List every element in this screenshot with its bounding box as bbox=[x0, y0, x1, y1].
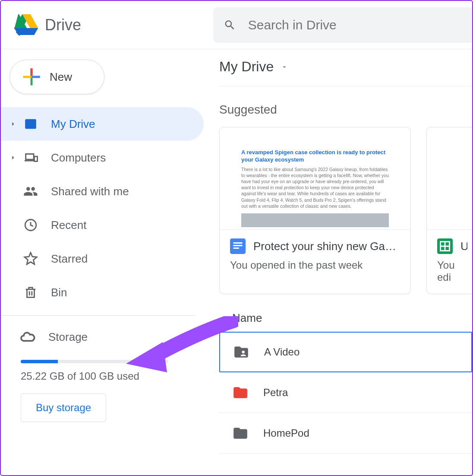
top-bar: Drive bbox=[1, 1, 472, 49]
column-header-name[interactable]: Name bbox=[219, 294, 472, 332]
file-name: A Video bbox=[264, 346, 300, 358]
file-row[interactable]: HomePod bbox=[219, 413, 472, 454]
suggested-heading: Suggested bbox=[219, 86, 472, 127]
preview-heading: A revamped Spigen case collection is rea… bbox=[241, 149, 389, 164]
suggested-card[interactable]: A revamped Spigen case collection is rea… bbox=[219, 127, 411, 294]
preview-body: There is a lot to like about Samsung's 2… bbox=[241, 166, 389, 209]
svg-rect-18 bbox=[233, 248, 240, 249]
chevron-down-icon bbox=[281, 63, 288, 71]
nav-storage[interactable]: Storage bbox=[1, 324, 204, 349]
card-subtitle: You edi bbox=[437, 259, 467, 283]
svg-point-23 bbox=[242, 351, 245, 353]
folder-icon bbox=[232, 384, 249, 401]
nav-starred[interactable]: Starred bbox=[1, 242, 204, 276]
sheets-icon bbox=[437, 238, 453, 254]
breadcrumb-label: My Drive bbox=[219, 59, 274, 75]
card-title: Un bbox=[460, 240, 467, 253]
preview-image bbox=[241, 213, 389, 227]
svg-rect-16 bbox=[233, 242, 243, 244]
computers-icon bbox=[23, 150, 38, 165]
buy-storage-button[interactable]: Buy storage bbox=[21, 393, 106, 422]
chevron-right-icon bbox=[9, 120, 17, 128]
card-subtitle: You opened in the past week bbox=[230, 259, 400, 271]
nav-computers[interactable]: Computers bbox=[1, 141, 204, 175]
card-preview: A revamped Spigen case collection is rea… bbox=[220, 127, 410, 229]
file-row[interactable]: A Video bbox=[219, 332, 472, 372]
people-icon bbox=[23, 184, 38, 199]
drive-icon bbox=[23, 117, 38, 131]
sidebar: New My Drive Computers Shared with me bbox=[1, 49, 204, 475]
folder-icon bbox=[232, 425, 249, 441]
storage-fill bbox=[21, 360, 58, 363]
file-name: HomePod bbox=[263, 427, 309, 439]
nav-label: Starred bbox=[51, 252, 88, 266]
suggested-card[interactable]: Un You edi bbox=[426, 127, 472, 294]
folder-shared-icon bbox=[233, 344, 249, 360]
nav-my-drive[interactable]: My Drive bbox=[1, 107, 204, 141]
nav-recent[interactable]: Recent bbox=[1, 208, 204, 242]
file-row[interactable]: Petra bbox=[219, 372, 472, 413]
divider bbox=[1, 315, 195, 316]
new-button-label: New bbox=[50, 70, 72, 84]
card-preview bbox=[427, 127, 472, 229]
trash-icon bbox=[23, 285, 38, 300]
suggested-cards: A revamped Spigen case collection is rea… bbox=[219, 127, 472, 294]
file-name: Petra bbox=[263, 387, 288, 399]
new-button[interactable]: New bbox=[9, 60, 104, 94]
drive-logo-icon bbox=[14, 14, 39, 36]
clock-icon bbox=[23, 218, 38, 232]
storage-bar bbox=[21, 360, 168, 363]
main: My Drive Suggested A revamped Spigen cas… bbox=[204, 49, 472, 475]
svg-rect-12 bbox=[28, 125, 34, 127]
svg-rect-13 bbox=[35, 156, 38, 161]
product-name: Drive bbox=[45, 16, 81, 34]
search-input[interactable] bbox=[248, 18, 462, 32]
nav-bin[interactable]: Bin bbox=[1, 276, 204, 309]
star-icon bbox=[23, 251, 38, 266]
docs-icon bbox=[230, 238, 246, 254]
nav-label: Shared with me bbox=[51, 185, 129, 198]
breadcrumb[interactable]: My Drive bbox=[219, 59, 472, 86]
svg-rect-10 bbox=[32, 76, 40, 78]
nav-label: Computers bbox=[51, 151, 106, 165]
search-icon bbox=[224, 18, 236, 32]
nav-label: Recent bbox=[51, 219, 86, 232]
svg-rect-17 bbox=[233, 245, 243, 246]
nav-label: My Drive bbox=[51, 117, 95, 131]
svg-rect-8 bbox=[31, 68, 33, 77]
search-bar[interactable] bbox=[213, 7, 472, 43]
card-title: Protect your shiny new Ga… bbox=[253, 240, 396, 253]
chevron-right-icon bbox=[9, 153, 17, 162]
svg-marker-4 bbox=[14, 28, 38, 35]
logo-area[interactable]: Drive bbox=[14, 14, 81, 36]
nav: My Drive Computers Shared with me Recent bbox=[1, 107, 204, 309]
nav-shared[interactable]: Shared with me bbox=[1, 175, 204, 208]
storage-label: Storage bbox=[48, 330, 88, 344]
plus-icon bbox=[22, 67, 41, 86]
storage-text: 25.22 GB of 100 GB used bbox=[21, 370, 204, 382]
cloud-icon bbox=[20, 329, 35, 345]
nav-label: Bin bbox=[51, 286, 67, 299]
